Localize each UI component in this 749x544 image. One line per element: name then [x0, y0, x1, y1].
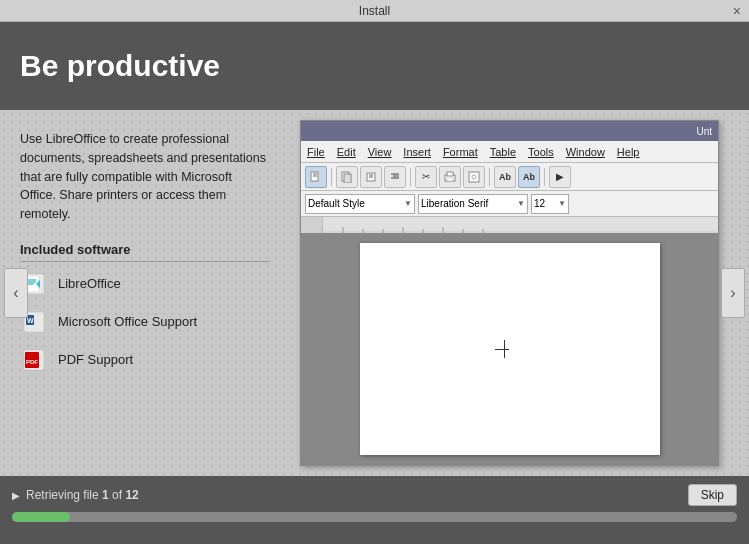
libreoffice-label: LibreOffice	[58, 276, 121, 291]
toolbar-sep4	[544, 168, 545, 186]
description-text: Use LibreOffice to create professional d…	[20, 130, 270, 224]
pdf-label: PDF Support	[58, 352, 133, 367]
toolbar-copy-btn[interactable]	[336, 166, 358, 188]
toolbar-extra-btn[interactable]: ▶	[549, 166, 571, 188]
writer-preview: Unt File Edit View Insert Format Table T…	[300, 120, 719, 466]
menu-insert[interactable]: Insert	[403, 146, 431, 158]
status-row: ▶ Retrieving file 1 of 12 Skip	[12, 484, 737, 506]
list-item: PDF PDF Support	[20, 346, 270, 374]
ruler-area	[301, 217, 718, 233]
progress-bar-fill	[12, 512, 70, 522]
menu-window[interactable]: Window	[566, 146, 605, 158]
menu-format[interactable]: Format	[443, 146, 478, 158]
size-select[interactable]: 12 ▼	[531, 194, 569, 214]
toolbar-scissors-btn[interactable]: ✂	[415, 166, 437, 188]
svg-text:PDF: PDF	[26, 359, 38, 365]
file-current: 1	[102, 488, 109, 502]
menu-edit[interactable]: Edit	[337, 146, 356, 158]
included-label: Included software	[20, 242, 270, 262]
toolbar-spellcheck-btn[interactable]: Ab	[494, 166, 516, 188]
writer-title-bar: Unt	[301, 121, 718, 141]
bottom-bar: ▶ Retrieving file 1 of 12 Skip	[0, 476, 749, 544]
writer-format-bar: Default Style ▼ Liberation Serif ▼ 12 ▼	[301, 191, 718, 217]
main-content: Be productive Use LibreOffice to create …	[0, 22, 749, 544]
status-text: ▶ Retrieving file 1 of 12	[12, 488, 139, 502]
menu-help[interactable]: Help	[617, 146, 640, 158]
svg-rect-13	[311, 172, 318, 181]
toolbar-sep2	[410, 168, 411, 186]
list-item: LibreOffice	[20, 270, 270, 298]
play-icon: ▶	[12, 490, 20, 501]
toolbar-print-btn[interactable]	[439, 166, 461, 188]
writer-page	[360, 243, 660, 455]
toolbar-indent-btn[interactable]	[384, 166, 406, 188]
style-select[interactable]: Default Style ▼	[305, 194, 415, 214]
retrieving-label: Retrieving file 1 of 12	[26, 488, 139, 502]
menu-view[interactable]: View	[368, 146, 392, 158]
page-title: Be productive	[20, 49, 220, 83]
writer-toolbar: ✂ Ab Ab ▶	[301, 163, 718, 191]
writer-document-area[interactable]	[301, 233, 718, 465]
menu-table[interactable]: Table	[490, 146, 516, 158]
close-button[interactable]: ×	[733, 3, 741, 19]
left-panel: Use LibreOffice to create professional d…	[0, 110, 290, 476]
svg-rect-25	[447, 172, 453, 176]
menu-file[interactable]: File	[307, 146, 325, 158]
pdf-icon: PDF	[20, 346, 48, 374]
writer-menu-bar: File Edit View Insert Format Table Tools…	[301, 141, 718, 163]
toolbar-autocorrect-btn[interactable]: Ab	[518, 166, 540, 188]
font-select[interactable]: Liberation Serif ▼	[418, 194, 528, 214]
file-total: 12	[125, 488, 138, 502]
title-bar: Install ×	[0, 0, 749, 22]
header: Be productive	[0, 22, 749, 110]
list-item: W Microsoft Office Support	[20, 308, 270, 336]
style-dropdown-arrow: ▼	[404, 199, 412, 208]
progress-bar-background	[12, 512, 737, 522]
title-bar-text: Install	[359, 4, 390, 18]
body-area: Use LibreOffice to create professional d…	[0, 110, 749, 476]
skip-button[interactable]: Skip	[688, 484, 737, 506]
toolbar-paste-btn[interactable]	[360, 166, 382, 188]
ms-office-label: Microsoft Office Support	[58, 314, 197, 329]
software-list: LibreOffice W Microsoft Office Support	[20, 270, 270, 374]
writer-title-text: Unt	[510, 126, 713, 137]
svg-rect-17	[344, 174, 351, 183]
cursor-vertical	[504, 340, 505, 358]
svg-rect-27	[469, 172, 479, 182]
toolbar-preview-btn[interactable]	[463, 166, 485, 188]
toolbar-sep3	[489, 168, 490, 186]
menu-tools[interactable]: Tools	[528, 146, 554, 158]
nav-right-button[interactable]: ›	[721, 268, 745, 318]
toolbar-sep1	[331, 168, 332, 186]
toolbar-new-btn[interactable]	[305, 166, 327, 188]
cursor-horizontal	[495, 349, 509, 350]
size-dropdown-arrow: ▼	[558, 199, 566, 208]
svg-text:W: W	[27, 317, 34, 324]
nav-left-button[interactable]: ‹	[4, 268, 28, 318]
font-dropdown-arrow: ▼	[517, 199, 525, 208]
svg-rect-26	[447, 178, 453, 181]
